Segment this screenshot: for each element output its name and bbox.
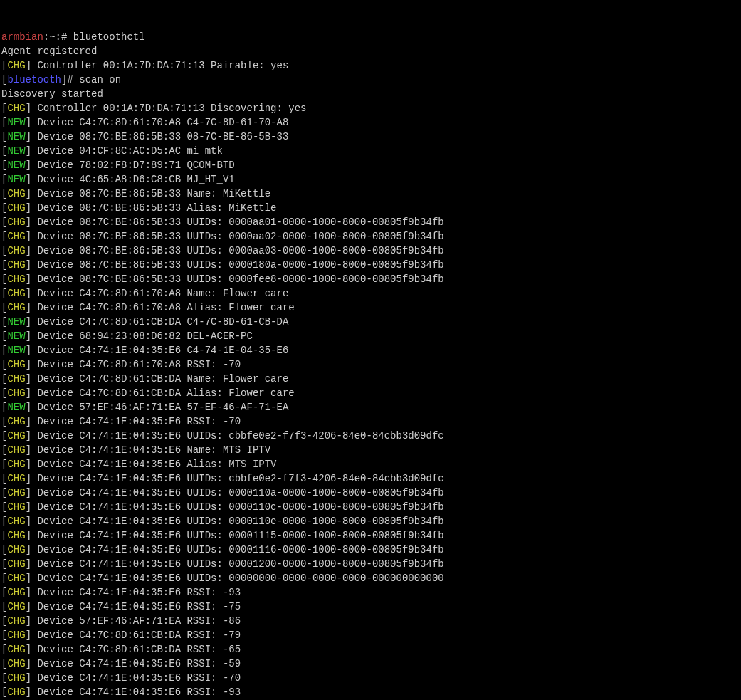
event-text: Device C4:74:1E:04:35:E6 UUIDs: 00001115… <box>31 530 444 541</box>
bracket: ] <box>26 615 31 627</box>
bracket: ] <box>26 402 31 413</box>
event-tag-chg: CHG <box>7 359 25 370</box>
bracket: ] <box>26 345 31 356</box>
bracket: ] <box>26 516 31 527</box>
event-text: Device C4:7C:8D:61:CB:DA C4-7C-8D-61-CB-… <box>31 316 288 328</box>
bracket: ] <box>26 288 31 299</box>
event-text: Device 08:7C:BE:86:5B:33 08-7C-BE-86-5B-… <box>31 131 288 142</box>
event-text: Device 08:7C:BE:86:5B:33 Alias: MiKettle <box>31 202 276 214</box>
event-tag-chg: CHG <box>7 558 25 570</box>
event-text: Device C4:74:1E:04:35:E6 UUIDs: 00001200… <box>31 558 444 570</box>
bracket: ] <box>26 544 31 555</box>
event-text: Device C4:74:1E:04:35:E6 C4-74-1E-04-35-… <box>31 345 288 356</box>
event-tag-new: NEW <box>7 316 25 328</box>
event-text: Device C4:74:1E:04:35:E6 UUIDs: 00001116… <box>31 544 444 555</box>
bracket: ] <box>26 145 31 157</box>
event-tag-new: NEW <box>7 145 25 157</box>
event-tag-chg: CHG <box>7 544 25 555</box>
event-tag-chg: CHG <box>7 288 25 299</box>
bracket: ] <box>26 573 31 584</box>
event-text: Device 57:EF:46:AF:71:EA 57-EF-46-AF-71-… <box>31 402 288 413</box>
bracket: ] <box>26 359 31 370</box>
event-tag-chg: CHG <box>7 273 25 285</box>
bracket: ] <box>26 160 31 171</box>
agent-registered: Agent registered <box>1 46 97 57</box>
event-tag-chg: CHG <box>7 459 25 470</box>
event-text: Device 78:02:F8:D7:89:71 QCOM-BTD <box>31 160 235 171</box>
event-tag-chg: CHG <box>7 430 25 442</box>
event-tag-new: NEW <box>7 117 25 128</box>
event-tag-chg: CHG <box>7 530 25 541</box>
event-tag-chg: CHG <box>7 373 25 385</box>
event-text: Device 4C:65:A8:D6:C8:CB MJ_HT_V1 <box>31 174 235 185</box>
event-text: Device C4:7C:8D:61:CB:DA RSSI: -65 <box>31 644 241 655</box>
event-text: Device C4:74:1E:04:35:E6 Name: MTS IPTV <box>31 444 270 456</box>
event-tag-new: NEW <box>7 345 25 356</box>
bracket: ] <box>26 459 31 470</box>
event-tag-chg: CHG <box>7 587 25 598</box>
bracket: ] <box>26 216 31 228</box>
event-text: Device C4:7C:8D:61:70:A8 C4-7C-8D-61-70-… <box>31 117 288 128</box>
bracket: ] <box>26 174 31 185</box>
event-text: Device 08:7C:BE:86:5B:33 UUIDs: 0000aa03… <box>31 245 444 256</box>
bracket: ] <box>26 259 31 271</box>
bracket: ]# <box>61 74 73 85</box>
event-text: Device C4:74:1E:04:35:E6 UUIDs: 00000000… <box>31 573 444 584</box>
event-tag-new: NEW <box>7 174 25 185</box>
event-tag-new: NEW <box>7 160 25 171</box>
shell-host: armbian <box>1 31 43 43</box>
event-tag-chg: CHG <box>7 202 25 214</box>
event-tag-chg: CHG <box>7 686 25 698</box>
event-text: Device C4:74:1E:04:35:E6 UUIDs: cbbfe0e2… <box>31 430 444 442</box>
event-text: Device 08:7C:BE:86:5B:33 UUIDs: 0000aa02… <box>31 231 444 242</box>
event-text: Device C4:74:1E:04:35:E6 UUIDs: 0000110a… <box>31 487 444 498</box>
event-tag-chg: CHG <box>7 630 25 641</box>
event-text: Device C4:7C:8D:61:CB:DA RSSI: -79 <box>31 630 241 641</box>
bracket: ] <box>26 316 31 328</box>
bracket: ] <box>26 686 31 698</box>
event-text: Device C4:74:1E:04:35:E6 RSSI: -59 <box>31 658 241 669</box>
bracket: ] <box>26 387 31 399</box>
bracket: ] <box>26 373 31 385</box>
bluetooth-prompt: bluetooth <box>7 74 61 85</box>
event-tag-chg: CHG <box>7 444 25 456</box>
event-tag-chg: CHG <box>7 188 25 199</box>
event-text: Device 08:7C:BE:86:5B:33 UUIDs: 0000fee8… <box>31 273 444 285</box>
event-text: Device 68:94:23:08:D6:82 DEL-ACER-PC <box>31 330 253 342</box>
bracket: ] <box>26 302 31 313</box>
bracket: ] <box>26 60 31 71</box>
event-text: Device C4:74:1E:04:35:E6 Alias: MTS IPTV <box>31 459 276 470</box>
bracket: ] <box>26 644 31 655</box>
event-text: Device 57:EF:46:AF:71:EA RSSI: -86 <box>31 615 241 627</box>
event-tag-new: NEW <box>7 402 25 413</box>
bracket: ] <box>26 273 31 285</box>
event-text: Device C4:74:1E:04:35:E6 RSSI: -93 <box>31 587 241 598</box>
bracket: ] <box>26 202 31 214</box>
event-tag-chg: CHG <box>7 416 25 427</box>
event-text: Device C4:74:1E:04:35:E6 RSSI: -70 <box>31 672 241 684</box>
event-text: Device C4:74:1E:04:35:E6 RSSI: -93 <box>31 686 241 698</box>
bracket: ] <box>26 188 31 199</box>
event-text: Device C4:7C:8D:61:CB:DA Name: Flower ca… <box>31 373 288 385</box>
event-tag-chg: CHG <box>7 60 25 71</box>
event-tag-chg: CHG <box>7 516 25 527</box>
event-tag-chg: CHG <box>7 672 25 684</box>
terminal-output[interactable]: armbian:~:# bluetoothctlAgent registered… <box>1 30 740 700</box>
event-tag-chg: CHG <box>7 216 25 228</box>
event-tag-chg: CHG <box>7 473 25 484</box>
event-tag-chg: CHG <box>7 644 25 655</box>
event-tag-chg: CHG <box>7 615 25 627</box>
bracket: ] <box>26 587 31 598</box>
bracket: ] <box>26 245 31 256</box>
event-text: Device C4:7C:8D:61:CB:DA Alias: Flower c… <box>31 387 295 399</box>
bracket: ] <box>26 630 31 641</box>
bracket: ] <box>26 601 31 612</box>
event-tag-chg: CHG <box>7 302 25 313</box>
bracket: ] <box>26 444 31 456</box>
event-text: Device C4:74:1E:04:35:E6 RSSI: -70 <box>31 416 241 427</box>
command-text: bluetoothctl <box>67 31 144 43</box>
bracket: ] <box>26 103 31 114</box>
bracket: ] <box>26 473 31 484</box>
bracket: ] <box>26 501 31 513</box>
shell-path: :~:# <box>43 31 68 43</box>
